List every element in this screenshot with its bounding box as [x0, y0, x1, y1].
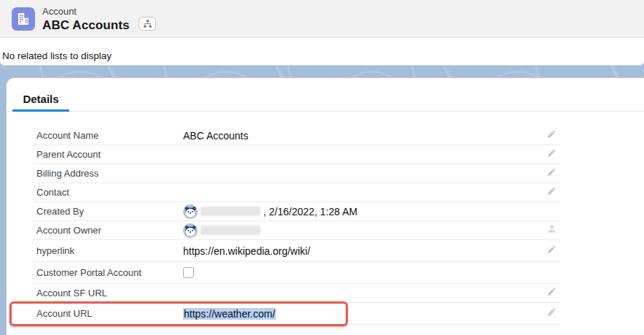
details-card: Details Account NameABC AccountsParent A… — [6, 77, 644, 335]
field-value: , 2/16/2022, 1:28 AM — [183, 204, 542, 219]
hierarchy-icon — [143, 19, 152, 28]
field-label: Created By — [36, 206, 183, 217]
field-value: https://weather.com/ — [183, 308, 542, 320]
pencil-icon — [546, 167, 556, 177]
default-avatar-icon — [183, 204, 198, 219]
edit-pencil-icon[interactable] — [546, 129, 556, 142]
avatar — [183, 204, 198, 219]
field-action — [542, 223, 561, 237]
pencil-icon — [546, 186, 556, 196]
redacted-text — [201, 226, 260, 235]
field-label: hyperlink — [36, 245, 183, 256]
checkbox[interactable] — [183, 267, 194, 278]
building-icon — [16, 12, 31, 26]
edit-pencil-icon[interactable] — [546, 186, 556, 199]
edit-pencil-icon[interactable] — [546, 167, 556, 180]
related-lists-message: No related lists to display — [2, 50, 112, 61]
edit-pencil-icon[interactable] — [546, 244, 556, 258]
pencil-icon — [546, 307, 556, 317]
hierarchy-button[interactable] — [139, 17, 156, 31]
field-label: Billing Address — [36, 168, 183, 179]
field-label: Parent Account — [36, 149, 183, 160]
fields-list: Account NameABC AccountsParent AccountBi… — [33, 126, 561, 325]
field-row: Parent Account — [33, 145, 561, 164]
person-icon — [546, 223, 557, 234]
field-label: Account Name — [36, 130, 183, 141]
field-action — [542, 287, 561, 300]
account-entity-icon — [12, 7, 35, 31]
active-tab-indicator — [12, 109, 69, 112]
field-action — [542, 148, 561, 161]
tab-details[interactable]: Details — [12, 86, 69, 111]
field-label: Account URL — [36, 308, 183, 319]
pencil-icon — [546, 287, 556, 297]
field-value — [183, 267, 542, 278]
default-avatar-icon — [183, 223, 198, 238]
field-value-text: https://en.wikipedia.org/wiki/ — [183, 245, 310, 257]
avatar — [183, 223, 198, 238]
field-value: https://en.wikipedia.org/wiki/ — [183, 245, 542, 257]
field-row: Account URLhttps://weather.com/ — [33, 303, 561, 325]
field-row: hyperlinkhttps://en.wikipedia.org/wiki/ — [33, 240, 561, 262]
tab-bar: Details — [7, 78, 644, 112]
pencil-icon — [546, 129, 556, 139]
field-action — [542, 244, 561, 258]
edit-pencil-icon[interactable] — [546, 287, 556, 300]
field-value-text: https://weather.com/ — [183, 308, 276, 320]
field-label: Account SF URL — [36, 288, 183, 299]
field-label: Contact — [36, 187, 183, 198]
record-header: Account ABC Accounts — [0, 0, 644, 38]
field-value-text: ABC Accounts — [183, 130, 249, 142]
pencil-icon — [546, 148, 556, 158]
field-row: Customer Portal Account — [33, 262, 561, 284]
field-action — [542, 129, 561, 142]
field-label: Customer Portal Account — [36, 267, 183, 278]
field-action — [542, 307, 561, 320]
change-owner-icon[interactable] — [546, 223, 557, 237]
field-row: Created By, 2/16/2022, 1:28 AM — [33, 202, 561, 221]
salesforce-record-page: { "header": { "entity_label": "Account",… — [0, 0, 644, 335]
edit-pencil-icon[interactable] — [546, 148, 556, 161]
field-row: Account Owner — [33, 221, 561, 240]
edit-pencil-icon[interactable] — [546, 307, 556, 320]
field-row: Account SF URL — [33, 284, 561, 303]
field-label: Account Owner — [36, 225, 183, 236]
field-row: Contact — [33, 183, 561, 202]
field-action — [542, 186, 561, 199]
entity-label: Account — [42, 5, 130, 18]
pencil-icon — [546, 244, 556, 255]
field-value: ABC Accounts — [183, 130, 542, 142]
field-action — [542, 167, 561, 180]
redacted-text — [201, 207, 260, 216]
tab-details-label: Details — [23, 93, 58, 105]
field-value-text: , 2/16/2022, 1:28 AM — [263, 206, 357, 217]
field-value — [183, 223, 542, 238]
record-name: ABC Accounts — [42, 18, 130, 33]
field-row: Account NameABC Accounts — [33, 126, 561, 145]
field-row: Billing Address — [33, 164, 561, 183]
related-lists-card: No related lists to display — [0, 38, 644, 66]
